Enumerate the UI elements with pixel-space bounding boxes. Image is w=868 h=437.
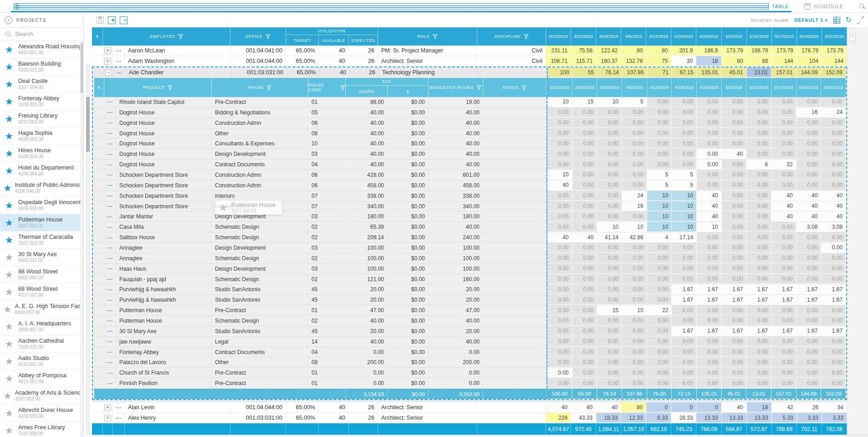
week-value-cell[interactable]: 0.00 bbox=[547, 149, 572, 159]
week-value-cell[interactable]: 0.00 bbox=[647, 243, 672, 253]
week-value-cell[interactable]: 0 bbox=[696, 402, 721, 412]
assignment-phase-code-cell[interactable]: 05 bbox=[308, 108, 346, 118]
week-value-cell[interactable]: 1.67 bbox=[746, 326, 771, 336]
assignment-eac-dollars-cell[interactable]: $0.00 bbox=[388, 316, 429, 326]
week-value-cell[interactable]: 16 bbox=[622, 201, 647, 211]
assignment-phase-cell[interactable]: Other bbox=[212, 357, 308, 367]
week-value-cell[interactable]: 0.00 bbox=[572, 222, 597, 232]
week-value-cell[interactable]: 0.00 bbox=[771, 305, 797, 315]
week-value-cell[interactable]: 0.00 bbox=[746, 378, 771, 388]
week-value-cell[interactable]: 0.00 bbox=[746, 180, 771, 190]
week-value-cell[interactable]: 0.00 bbox=[547, 284, 572, 294]
assignment-eac-hours-cell[interactable]: 40.00 bbox=[346, 316, 388, 326]
week-value-cell[interactable]: 0.00 bbox=[672, 108, 697, 118]
week-value-cell[interactable]: 22 bbox=[647, 305, 672, 315]
week-value-cell[interactable]: 15 bbox=[572, 97, 597, 107]
week-value-cell[interactable]: 0.00 bbox=[797, 97, 822, 107]
assignment-notes-cell[interactable] bbox=[483, 118, 546, 128]
week-value-cell[interactable]: 0.00 bbox=[597, 357, 622, 367]
week-value-cell[interactable]: 5 bbox=[622, 97, 647, 107]
week-value-cell[interactable]: 0.00 bbox=[597, 118, 622, 128]
week-value-cell[interactable]: 1.67 bbox=[797, 326, 822, 336]
filter-icon[interactable] bbox=[266, 34, 271, 39]
assignment-phase-code-cell[interactable]: 02 bbox=[308, 253, 346, 263]
save-icon[interactable] bbox=[97, 16, 104, 24]
project-list-item[interactable]: ★Fontenay Abbey3108.001.00 bbox=[0, 93, 83, 110]
week-value-cell[interactable]: 0.00 bbox=[797, 264, 822, 274]
week-value-cell[interactable]: 0.00 bbox=[597, 170, 622, 180]
row-select-cell[interactable] bbox=[92, 56, 103, 66]
week-value-cell[interactable]: 0.00 bbox=[821, 357, 846, 367]
week-value-cell[interactable]: 67.15 bbox=[672, 67, 697, 77]
week-value-cell[interactable]: 0.00 bbox=[746, 211, 771, 221]
week-value-cell[interactable]: 10 bbox=[622, 305, 647, 315]
week-value-cell[interactable]: 0.00 bbox=[771, 243, 797, 253]
week-value-cell[interactable]: 0.00 bbox=[572, 347, 597, 357]
project-list-item[interactable]: ★Ames Free Library7110.008.00 bbox=[0, 422, 83, 437]
assignment-project-cell[interactable]: Church of St Francis bbox=[116, 368, 212, 378]
star-icon[interactable]: ★ bbox=[3, 201, 15, 210]
week-value-cell[interactable]: 0.00 bbox=[547, 295, 572, 305]
office-cell[interactable]: 001:04:044:00 bbox=[230, 402, 286, 412]
assignment-phase-cell[interactable]: Studio SanAntonio bbox=[212, 295, 308, 305]
assignment-notes-cell[interactable] bbox=[483, 108, 546, 118]
week-value-cell[interactable]: 17.14 bbox=[672, 232, 697, 242]
assignment-project-cell[interactable]: Rhode Island State Capitol bbox=[116, 97, 212, 107]
assignment-phase-code-cell[interactable]: 01 bbox=[308, 97, 346, 107]
assignment-select-cell[interactable] bbox=[94, 243, 104, 253]
star-icon[interactable]: ★ bbox=[3, 79, 15, 89]
week-value-cell[interactable]: 231.11 bbox=[546, 46, 571, 56]
project-list-item[interactable]: ★Alexandra Road Housing4910.001.00 bbox=[0, 41, 83, 58]
assignment-phase-cell[interactable]: Bidding & Negotiations bbox=[212, 108, 308, 118]
week-value-cell[interactable]: 0.00 bbox=[622, 295, 647, 305]
week-value-cell[interactable]: 0.00 bbox=[722, 264, 747, 274]
employee-name-cell[interactable]: Aaron McLean bbox=[125, 46, 230, 56]
tab-capacity[interactable]: CAPACITY bbox=[859, 0, 868, 12]
week-value-cell[interactable]: 5.33 bbox=[772, 413, 797, 423]
date-column-header[interactable]: 4/5/2010 bbox=[622, 78, 647, 97]
week-value-cell[interactable]: 0.00 bbox=[821, 159, 846, 170]
week-value-cell[interactable]: 0.00 bbox=[672, 368, 697, 378]
week-value-cell[interactable]: 0.00 bbox=[672, 149, 697, 159]
assignment-phase-cell[interactable]: Other bbox=[212, 129, 308, 139]
week-value-cell[interactable]: 106.71 bbox=[546, 56, 571, 66]
assignment-select-cell[interactable] bbox=[94, 305, 104, 315]
assignment-budgeted-hours-cell[interactable]: 40.00 bbox=[429, 316, 483, 326]
assignment-eac-hours-cell[interactable]: 0.00 bbox=[346, 378, 388, 388]
week-value-cell[interactable]: 0.00 bbox=[797, 118, 822, 128]
week-value-cell[interactable]: 0.00 bbox=[697, 368, 722, 378]
date-column-header[interactable]: 4/19/2010 bbox=[672, 78, 697, 97]
week-value-cell[interactable]: 0.00 bbox=[572, 139, 597, 149]
discipline-cell[interactable]: Civil bbox=[477, 46, 546, 56]
date-column-header[interactable]: 3/29/2010 bbox=[597, 78, 622, 97]
week-value-cell[interactable]: 0.00 bbox=[746, 139, 771, 149]
week-value-cell[interactable]: 0.00 bbox=[547, 211, 572, 221]
filter-icon[interactable] bbox=[433, 34, 438, 39]
project-list-item[interactable]: ★Putterman House3107.002.01 bbox=[0, 214, 83, 231]
assignment-phase-cell[interactable]: Pre-Contract bbox=[212, 378, 308, 388]
row-menu-icon[interactable]: ••• bbox=[107, 204, 113, 208]
week-value-cell[interactable]: 0.00 bbox=[771, 378, 797, 388]
week-value-cell[interactable]: 0.00 bbox=[647, 368, 672, 378]
assignment-project-cell[interactable]: Dogtrot House bbox=[116, 108, 212, 118]
week-value-cell[interactable]: 0.00 bbox=[672, 253, 697, 263]
week-value-cell[interactable]: 0.00 bbox=[672, 159, 697, 170]
assignment-notes-cell[interactable] bbox=[483, 347, 546, 357]
week-value-cell[interactable]: 8 bbox=[746, 159, 771, 170]
assignment-notes-cell[interactable] bbox=[483, 316, 546, 326]
star-icon[interactable]: ★ bbox=[3, 408, 15, 418]
assignment-select-cell[interactable] bbox=[94, 159, 104, 170]
week-value-cell[interactable]: 0.00 bbox=[771, 253, 797, 263]
week-value-cell[interactable]: 0.00 bbox=[622, 284, 647, 294]
project-list-item[interactable]: ★Aachen Cathedral7109.031.00 bbox=[0, 335, 83, 353]
week-value-cell[interactable]: 0.00 bbox=[622, 180, 647, 190]
week-value-cell[interactable]: 0.00 bbox=[672, 97, 697, 107]
week-value-cell[interactable]: 0.00 bbox=[572, 284, 597, 294]
assignment-eac-dollars-cell[interactable]: $0.00 bbox=[388, 368, 429, 378]
week-value-cell[interactable]: 3.08 bbox=[821, 222, 846, 232]
discipline-cell[interactable]: Civil bbox=[477, 56, 546, 66]
week-value-cell[interactable]: 0.00 bbox=[597, 211, 622, 221]
assignment-phase-cell[interactable]: Schematic Design bbox=[212, 274, 308, 284]
week-value-cell[interactable]: 0.00 bbox=[622, 170, 647, 180]
week-value-cell[interactable]: 0.00 bbox=[572, 191, 597, 201]
